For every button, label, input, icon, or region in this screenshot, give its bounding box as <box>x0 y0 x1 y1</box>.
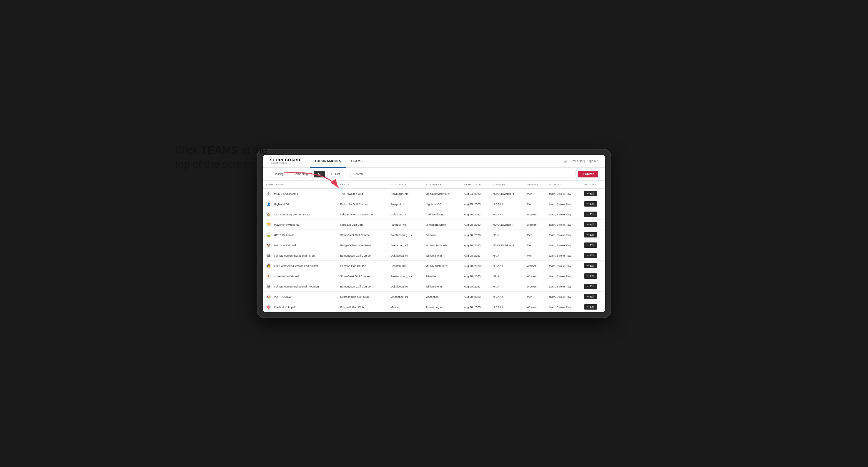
table-row: ⛳ UPKE Fall Invite StoneCrest Golf Cours… <box>263 230 605 240</box>
event-name-1: Highland 36 <box>274 203 289 206</box>
cell-actions-4: Edit <box>581 230 605 240</box>
col-actions: ACTIONS <box>581 181 605 189</box>
cell-scoring-3: team, Stroke Play <box>546 220 581 230</box>
cell-event-name: 🦅 Morris Invitational <box>263 240 337 250</box>
cell-actions-3: Edit <box>581 220 605 230</box>
table-container: EVENT NAME VENUE CITY, STATE HOSTED BY S… <box>263 181 605 312</box>
cell-event-name: 🏌 upike fall invitational <box>263 271 337 281</box>
edit-button-6[interactable]: Edit <box>584 253 597 258</box>
cell-scoring-10: team, Stroke Play <box>546 291 581 302</box>
cell-event-name: ⛳ UPKE Fall Invite <box>263 230 337 240</box>
create-button[interactable]: + Create <box>578 171 598 178</box>
cell-gender-3: Women <box>524 220 546 230</box>
cell-gender-2: Women <box>524 209 546 220</box>
event-icon-5: 🦅 <box>266 242 272 248</box>
cell-city-10: Vincennes, IN <box>388 291 423 302</box>
col-date: START DATE <box>461 181 490 189</box>
cell-venue-7: Hesston Golf Course <box>337 261 388 271</box>
cell-scoring-1: team, Stroke Play <box>546 199 581 209</box>
cell-scoring-2: team, Stroke Play <box>546 209 581 220</box>
table-row: 🏆 Maverick Invitational Faribault Golf C… <box>263 220 605 230</box>
event-icon-4: ⛳ <box>266 232 272 238</box>
cell-gender-9: Women <box>524 281 546 291</box>
col-venue: VENUE <box>337 181 388 189</box>
col-gender: GENDER <box>524 181 546 189</box>
annotation-bold: TEAMS <box>201 144 238 156</box>
edit-button-11[interactable]: Edit <box>584 304 597 310</box>
edit-button-7[interactable]: Edit <box>584 263 597 268</box>
annotation-text: Click TEAMS at the top of the screen. <box>175 144 268 171</box>
event-name-7: 2023 Women's Hesston Fall Kickoff <box>274 264 318 268</box>
tab-teams[interactable]: TEAMS <box>346 155 368 168</box>
cell-actions-1: Edit <box>581 199 605 209</box>
toolbar: Hosting Competing All ≡ Filter + Create <box>263 168 605 181</box>
logo-title: SCOREBOARD <box>270 158 301 162</box>
cell-division-1: NICAA I <box>490 199 524 209</box>
cell-division-11: NICAA I <box>490 302 524 312</box>
cell-venue-0: The Powelton Club <box>337 189 388 199</box>
cell-actions-9: Edit <box>581 281 605 291</box>
cell-date-11: Aug 28, 2023 <box>461 302 490 312</box>
signout-button[interactable]: Sign out <box>587 159 598 163</box>
search-input[interactable] <box>350 171 576 178</box>
cell-hosted-2: Carl Sandburg <box>423 209 461 220</box>
cell-gender-7: Women <box>524 261 546 271</box>
cell-hosted-7: Murray State (OK) <box>423 261 461 271</box>
col-division: DIVISION <box>490 181 524 189</box>
all-button[interactable]: All <box>314 171 325 178</box>
edit-button-2[interactable]: Edit <box>584 212 597 217</box>
filter-button[interactable]: ≡ Filter <box>327 171 343 178</box>
edit-button-4[interactable]: Edit <box>584 232 597 238</box>
cell-venue-11: Kokopelli Golf Club <box>337 302 388 312</box>
event-name-11: Klash at Kokopelli <box>274 306 296 309</box>
cell-actions-8: Edit <box>581 271 605 281</box>
tab-tournaments[interactable]: TOURNAMENTS <box>310 155 346 168</box>
event-name-10: VU PREVIEW <box>274 295 291 299</box>
cell-scoring-7: team, Stroke Play <box>546 261 581 271</box>
cell-hosted-9: William Penn <box>423 281 461 291</box>
cell-date-6: Aug 28, 2023 <box>461 250 490 261</box>
cell-city-8: Prestonsburg, KY <box>388 271 423 281</box>
cell-event-name: 🏛 Fall Statesmen Invitational - Women <box>263 281 337 291</box>
cell-gender-8: Women <box>524 271 546 281</box>
filter-icon: ≡ <box>331 173 332 176</box>
cell-division-0: NCAA Division III <box>490 189 524 199</box>
nav-right: ⚙ Test User | Sign out <box>563 158 598 164</box>
hosting-button[interactable]: Hosting <box>270 171 287 178</box>
cell-gender-4: Men <box>524 230 546 240</box>
cell-division-10: NICAA II <box>490 291 524 302</box>
cell-city-7: Hesston, KS <box>388 261 423 271</box>
edit-button-1[interactable]: Edit <box>584 201 597 207</box>
table-row: 🏌 MSMC Qualifying 1 The Powelton Club Ne… <box>263 189 605 199</box>
event-icon-1: 👤 <box>266 201 272 207</box>
cell-venue-2: Lake Bracken Country Club <box>337 209 388 220</box>
cell-scoring-4: team, Stroke Play <box>546 230 581 240</box>
edit-button-5[interactable]: Edit <box>584 243 597 248</box>
edit-button-0[interactable]: Edit <box>584 191 597 196</box>
cell-hosted-11: John A Logan <box>423 302 461 312</box>
edit-button-10[interactable]: Edit <box>584 294 597 299</box>
tournaments-table: EVENT NAME VENUE CITY, STATE HOSTED BY S… <box>263 181 605 312</box>
gear-icon[interactable]: ⚙ <box>563 158 569 164</box>
table-row: 👤 Highland 36 Park Hills Golf Course Fre… <box>263 199 605 209</box>
cell-city-6: Oskaloosa, IA <box>388 250 423 261</box>
cell-hosted-4: Pikeville <box>423 230 461 240</box>
col-scoring: SCORING <box>546 181 581 189</box>
competing-button[interactable]: Competing <box>290 171 312 178</box>
cell-date-0: Aug 24, 2023 <box>461 189 490 199</box>
cell-scoring-8: team, Stroke Play <box>546 271 581 281</box>
cell-city-0: Newburgh, NY <box>388 189 423 199</box>
col-city: CITY, STATE <box>388 181 423 189</box>
event-icon-7: 👩 <box>266 263 272 269</box>
edit-button-8[interactable]: Edit <box>584 273 597 279</box>
cell-scoring-9: team, Stroke Play <box>546 281 581 291</box>
edit-button-3[interactable]: Edit <box>584 222 597 227</box>
edit-button-9[interactable]: Edit <box>584 284 597 289</box>
page-wrapper: Click TEAMS at the top of the screen. SC… <box>257 150 611 317</box>
cell-gender-0: Men <box>524 189 546 199</box>
cell-division-9: NAIA <box>490 281 524 291</box>
cell-city-11: Marion, IL <box>388 302 423 312</box>
event-name-9: Fall Statesmen Invitational - Women <box>274 285 319 288</box>
cell-hosted-8: Pikeville <box>423 271 461 281</box>
cell-city-3: Faribault, MN <box>388 220 423 230</box>
